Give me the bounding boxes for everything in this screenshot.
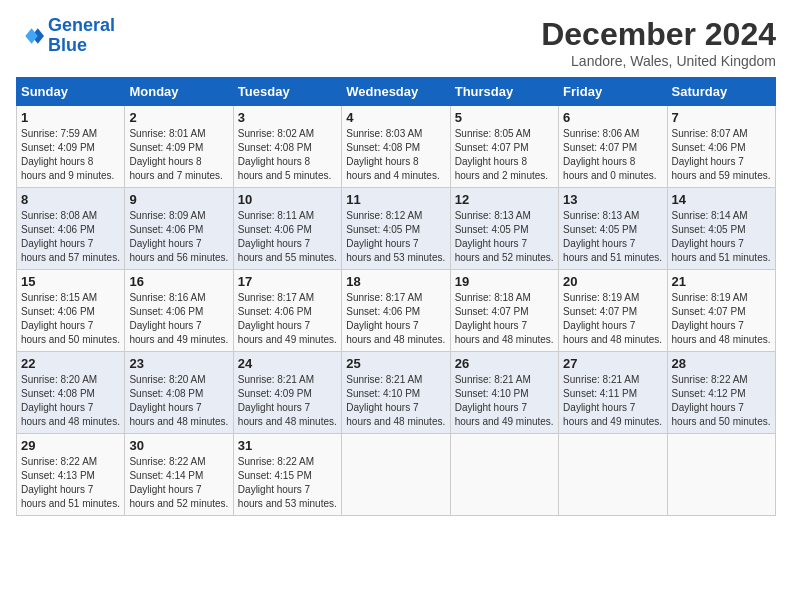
calendar-table: Sunday Monday Tuesday Wednesday Thursday…: [16, 77, 776, 516]
day-info: Sunrise: 8:12 AM Sunset: 4:05 PM Dayligh…: [346, 209, 445, 265]
calendar-cell: 26 Sunrise: 8:21 AM Sunset: 4:10 PM Dayl…: [450, 352, 558, 434]
calendar-cell: 6 Sunrise: 8:06 AM Sunset: 4:07 PM Dayli…: [559, 106, 667, 188]
logo-text: General Blue: [48, 16, 115, 56]
day-info: Sunrise: 8:07 AM Sunset: 4:06 PM Dayligh…: [672, 127, 771, 183]
day-number: 4: [346, 110, 445, 125]
day-number: 30: [129, 438, 228, 453]
day-number: 31: [238, 438, 337, 453]
calendar-cell: 24 Sunrise: 8:21 AM Sunset: 4:09 PM Dayl…: [233, 352, 341, 434]
day-number: 16: [129, 274, 228, 289]
calendar-cell: 5 Sunrise: 8:05 AM Sunset: 4:07 PM Dayli…: [450, 106, 558, 188]
col-tuesday: Tuesday: [233, 78, 341, 106]
calendar-cell: 13 Sunrise: 8:13 AM Sunset: 4:05 PM Dayl…: [559, 188, 667, 270]
day-info: Sunrise: 8:21 AM Sunset: 4:10 PM Dayligh…: [455, 373, 554, 429]
calendar-cell: 16 Sunrise: 8:16 AM Sunset: 4:06 PM Dayl…: [125, 270, 233, 352]
calendar-cell: 22 Sunrise: 8:20 AM Sunset: 4:08 PM Dayl…: [17, 352, 125, 434]
day-number: 17: [238, 274, 337, 289]
calendar-cell: [667, 434, 775, 516]
calendar-week-row: 15 Sunrise: 8:15 AM Sunset: 4:06 PM Dayl…: [17, 270, 776, 352]
svg-marker-1: [25, 28, 37, 44]
day-number: 23: [129, 356, 228, 371]
calendar-cell: 27 Sunrise: 8:21 AM Sunset: 4:11 PM Dayl…: [559, 352, 667, 434]
day-info: Sunrise: 7:59 AM Sunset: 4:09 PM Dayligh…: [21, 127, 120, 183]
day-info: Sunrise: 8:03 AM Sunset: 4:08 PM Dayligh…: [346, 127, 445, 183]
calendar-cell: 15 Sunrise: 8:15 AM Sunset: 4:06 PM Dayl…: [17, 270, 125, 352]
calendar-cell: 30 Sunrise: 8:22 AM Sunset: 4:14 PM Dayl…: [125, 434, 233, 516]
day-number: 6: [563, 110, 662, 125]
day-number: 7: [672, 110, 771, 125]
calendar-week-row: 29 Sunrise: 8:22 AM Sunset: 4:13 PM Dayl…: [17, 434, 776, 516]
calendar-cell: 31 Sunrise: 8:22 AM Sunset: 4:15 PM Dayl…: [233, 434, 341, 516]
title-block: December 2024 Landore, Wales, United Kin…: [541, 16, 776, 69]
day-number: 22: [21, 356, 120, 371]
calendar-cell: [450, 434, 558, 516]
day-info: Sunrise: 8:11 AM Sunset: 4:06 PM Dayligh…: [238, 209, 337, 265]
day-info: Sunrise: 8:08 AM Sunset: 4:06 PM Dayligh…: [21, 209, 120, 265]
day-number: 15: [21, 274, 120, 289]
calendar-cell: 23 Sunrise: 8:20 AM Sunset: 4:08 PM Dayl…: [125, 352, 233, 434]
day-number: 25: [346, 356, 445, 371]
day-info: Sunrise: 8:21 AM Sunset: 4:10 PM Dayligh…: [346, 373, 445, 429]
day-number: 11: [346, 192, 445, 207]
day-number: 12: [455, 192, 554, 207]
day-info: Sunrise: 8:21 AM Sunset: 4:09 PM Dayligh…: [238, 373, 337, 429]
logo: General Blue: [16, 16, 115, 56]
day-number: 24: [238, 356, 337, 371]
calendar-cell: 1 Sunrise: 7:59 AM Sunset: 4:09 PM Dayli…: [17, 106, 125, 188]
day-number: 18: [346, 274, 445, 289]
calendar-subtitle: Landore, Wales, United Kingdom: [541, 53, 776, 69]
day-info: Sunrise: 8:21 AM Sunset: 4:11 PM Dayligh…: [563, 373, 662, 429]
calendar-cell: 10 Sunrise: 8:11 AM Sunset: 4:06 PM Dayl…: [233, 188, 341, 270]
day-number: 3: [238, 110, 337, 125]
day-number: 10: [238, 192, 337, 207]
calendar-cell: 20 Sunrise: 8:19 AM Sunset: 4:07 PM Dayl…: [559, 270, 667, 352]
col-thursday: Thursday: [450, 78, 558, 106]
day-info: Sunrise: 8:14 AM Sunset: 4:05 PM Dayligh…: [672, 209, 771, 265]
day-number: 14: [672, 192, 771, 207]
calendar-cell: 9 Sunrise: 8:09 AM Sunset: 4:06 PM Dayli…: [125, 188, 233, 270]
day-info: Sunrise: 8:22 AM Sunset: 4:14 PM Dayligh…: [129, 455, 228, 511]
calendar-cell: [342, 434, 450, 516]
calendar-cell: 7 Sunrise: 8:07 AM Sunset: 4:06 PM Dayli…: [667, 106, 775, 188]
calendar-cell: 12 Sunrise: 8:13 AM Sunset: 4:05 PM Dayl…: [450, 188, 558, 270]
day-info: Sunrise: 8:13 AM Sunset: 4:05 PM Dayligh…: [455, 209, 554, 265]
day-info: Sunrise: 8:02 AM Sunset: 4:08 PM Dayligh…: [238, 127, 337, 183]
calendar-cell: 25 Sunrise: 8:21 AM Sunset: 4:10 PM Dayl…: [342, 352, 450, 434]
col-saturday: Saturday: [667, 78, 775, 106]
calendar-cell: 18 Sunrise: 8:17 AM Sunset: 4:06 PM Dayl…: [342, 270, 450, 352]
calendar-week-row: 1 Sunrise: 7:59 AM Sunset: 4:09 PM Dayli…: [17, 106, 776, 188]
day-number: 2: [129, 110, 228, 125]
calendar-title: December 2024: [541, 16, 776, 53]
calendar-cell: 8 Sunrise: 8:08 AM Sunset: 4:06 PM Dayli…: [17, 188, 125, 270]
day-number: 1: [21, 110, 120, 125]
day-number: 28: [672, 356, 771, 371]
day-info: Sunrise: 8:17 AM Sunset: 4:06 PM Dayligh…: [238, 291, 337, 347]
day-info: Sunrise: 8:01 AM Sunset: 4:09 PM Dayligh…: [129, 127, 228, 183]
calendar-cell: 14 Sunrise: 8:14 AM Sunset: 4:05 PM Dayl…: [667, 188, 775, 270]
day-number: 8: [21, 192, 120, 207]
day-info: Sunrise: 8:22 AM Sunset: 4:12 PM Dayligh…: [672, 373, 771, 429]
day-number: 27: [563, 356, 662, 371]
day-info: Sunrise: 8:17 AM Sunset: 4:06 PM Dayligh…: [346, 291, 445, 347]
col-friday: Friday: [559, 78, 667, 106]
calendar-cell: 28 Sunrise: 8:22 AM Sunset: 4:12 PM Dayl…: [667, 352, 775, 434]
logo-icon: [16, 22, 44, 50]
day-number: 21: [672, 274, 771, 289]
calendar-cell: 11 Sunrise: 8:12 AM Sunset: 4:05 PM Dayl…: [342, 188, 450, 270]
day-number: 5: [455, 110, 554, 125]
day-number: 9: [129, 192, 228, 207]
day-info: Sunrise: 8:19 AM Sunset: 4:07 PM Dayligh…: [672, 291, 771, 347]
day-info: Sunrise: 8:16 AM Sunset: 4:06 PM Dayligh…: [129, 291, 228, 347]
page-header: General Blue December 2024 Landore, Wale…: [16, 16, 776, 69]
calendar-header-row: Sunday Monday Tuesday Wednesday Thursday…: [17, 78, 776, 106]
day-number: 19: [455, 274, 554, 289]
day-info: Sunrise: 8:05 AM Sunset: 4:07 PM Dayligh…: [455, 127, 554, 183]
day-info: Sunrise: 8:19 AM Sunset: 4:07 PM Dayligh…: [563, 291, 662, 347]
calendar-cell: 4 Sunrise: 8:03 AM Sunset: 4:08 PM Dayli…: [342, 106, 450, 188]
calendar-week-row: 22 Sunrise: 8:20 AM Sunset: 4:08 PM Dayl…: [17, 352, 776, 434]
calendar-cell: 2 Sunrise: 8:01 AM Sunset: 4:09 PM Dayli…: [125, 106, 233, 188]
day-info: Sunrise: 8:20 AM Sunset: 4:08 PM Dayligh…: [129, 373, 228, 429]
day-number: 13: [563, 192, 662, 207]
calendar-cell: [559, 434, 667, 516]
day-info: Sunrise: 8:22 AM Sunset: 4:15 PM Dayligh…: [238, 455, 337, 511]
